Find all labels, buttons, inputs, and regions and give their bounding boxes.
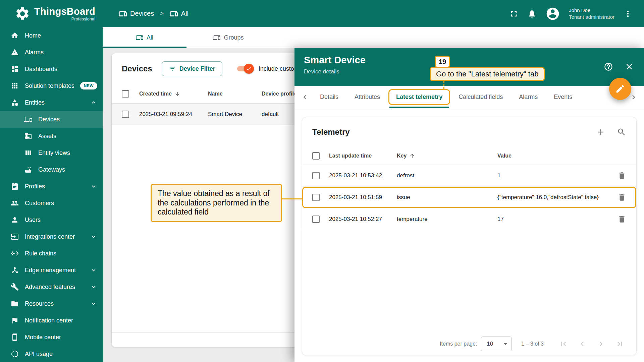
row-checkbox[interactable] — [122, 111, 129, 118]
cell-last-update-time: 2025-03-21 10:51:59 — [329, 194, 397, 201]
row-checkbox[interactable] — [312, 216, 320, 223]
tab-groups[interactable]: Groups — [186, 27, 270, 48]
tab-all[interactable]: All — [103, 27, 186, 48]
first-page-button[interactable] — [559, 340, 568, 348]
sidebar-item-alarms[interactable]: Alarms — [0, 44, 103, 61]
sidebar-item-edge-management[interactable]: Edge management — [0, 262, 103, 279]
column-last-update-time[interactable]: Last update time — [329, 153, 372, 159]
tab-attributes[interactable]: Attributes — [346, 86, 388, 108]
sidebar-item-label: Edge management — [25, 267, 84, 274]
sidebar-item-gateways[interactable]: Gateways — [0, 161, 103, 178]
previous-page-button[interactable] — [578, 340, 587, 348]
sidebar-item-customers[interactable]: Customers — [0, 195, 103, 212]
select-all-checkbox[interactable] — [312, 152, 320, 160]
breadcrumb-all[interactable]: All — [170, 10, 189, 18]
devices-icon — [136, 34, 143, 41]
breadcrumb-devices[interactable]: Devices — [119, 10, 154, 18]
notifications-button[interactable] — [527, 9, 537, 18]
include-customers-toggle[interactable] — [236, 65, 254, 73]
column-value[interactable]: Value — [497, 153, 512, 159]
add-telemetry-button[interactable] — [596, 127, 605, 137]
sidebar-item-label: API usage — [25, 351, 97, 358]
sort-asc-icon — [409, 153, 415, 159]
sidebar-item-dashboards[interactable]: Dashboards — [0, 61, 103, 77]
user-info: John Doe Tenant administrator — [569, 7, 614, 20]
device-filter-button[interactable]: Device Filter — [162, 61, 222, 76]
sidebar-item-label: Mobile center — [25, 334, 97, 341]
avatar[interactable] — [545, 6, 560, 21]
last-page-button[interactable] — [615, 340, 624, 348]
delete-telemetry-button[interactable] — [618, 215, 626, 224]
sidebar-item-resources[interactable]: Resources — [0, 295, 103, 312]
drawer-title: Smart Device — [304, 55, 366, 66]
brand-logo[interactable]: ThingsBoard Professional — [0, 6, 103, 21]
items-per-page-value: 10 — [487, 341, 493, 347]
pagination-range: 1 – 3 of 3 — [521, 341, 544, 347]
tab-label: Alarms — [519, 94, 538, 101]
search-telemetry-button[interactable] — [617, 127, 626, 137]
sidebar-item-entities[interactable]: Entities — [0, 94, 103, 111]
column-name[interactable]: Name — [208, 91, 223, 97]
next-page-button[interactable] — [597, 340, 605, 348]
tab-calculated-fields[interactable]: Calculated fields — [450, 86, 511, 108]
sidebar-item-api-usage[interactable]: API usage — [0, 346, 103, 362]
view-quilt-icon — [24, 149, 32, 157]
telemetry-title: Telemetry — [312, 127, 350, 137]
sidebar-item-label: Assets — [38, 133, 97, 140]
sidebar-item-label: Dashboards — [25, 66, 97, 73]
cell-value: 17 — [497, 216, 611, 223]
telemetry-pagination: Items per page: 10 1 – 3 of 3 — [302, 333, 636, 355]
telemetry-row-temperature[interactable]: 2025-03-21 10:52:27 temperature 17 — [302, 208, 636, 230]
column-created-time[interactable]: Created time — [139, 91, 172, 97]
column-key[interactable]: Key — [397, 153, 407, 159]
user-name: John Doe — [569, 7, 614, 14]
tab-details[interactable]: Details — [312, 86, 346, 108]
user-menu-button[interactable] — [623, 9, 633, 18]
tab-events[interactable]: Events — [546, 86, 580, 108]
sidebar-item-entity-views[interactable]: Entity views — [0, 144, 103, 161]
telemetry-panel: Telemetry Last update time Key Value 202 — [302, 117, 637, 355]
telemetry-row-issue[interactable]: 2025-03-21 10:51:59 issue {"temperature"… — [302, 187, 636, 208]
cell-key: temperature — [397, 216, 497, 223]
row-checkbox[interactable] — [312, 194, 320, 201]
sidebar-item-profiles[interactable]: Profiles — [0, 178, 103, 195]
help-button[interactable] — [604, 62, 613, 71]
edit-device-fab[interactable] — [609, 78, 631, 100]
people-icon — [11, 199, 19, 207]
sidebar-item-users[interactable]: Users — [0, 212, 103, 228]
delete-telemetry-button[interactable] — [618, 171, 626, 180]
sidebar-item-notification-center[interactable]: Notification center — [0, 312, 103, 329]
items-per-page-label: Items per page: — [440, 341, 477, 347]
folder-icon — [11, 300, 19, 308]
close-drawer-button[interactable] — [625, 62, 634, 71]
sidebar-item-home[interactable]: Home — [0, 27, 103, 44]
select-all-checkbox[interactable] — [122, 90, 129, 98]
row-checkbox[interactable] — [312, 172, 320, 179]
sidebar-item-solution-templates[interactable]: Solution templates NEW — [0, 77, 103, 94]
items-per-page-select[interactable]: 10 — [481, 337, 512, 351]
sidebar-item-rule-chains[interactable]: Rule chains — [0, 245, 103, 262]
tabs-scroll-left-button[interactable] — [301, 93, 309, 102]
tabs-scroll-right-button[interactable] — [629, 93, 638, 102]
cell-created-time: 2025-03-21 09:59:24 — [139, 111, 208, 118]
sidebar-item-label: Gateways — [38, 166, 97, 173]
sidebar-item-advanced-features[interactable]: Advanced features — [0, 279, 103, 295]
telemetry-toolbar: Telemetry — [302, 117, 636, 147]
tab-latest-telemetry[interactable]: Latest telemetry — [388, 86, 450, 108]
column-device-profile[interactable]: Device profile — [262, 91, 297, 97]
cell-value: 1 — [497, 172, 611, 179]
cell-last-update-time: 2025-03-21 10:53:42 — [329, 172, 397, 179]
sidebar-item-integrations-center[interactable]: Integrations center — [0, 228, 103, 245]
cell-name: Smart Device — [208, 111, 262, 118]
devices-group-icon — [213, 34, 220, 41]
caret-down-icon — [503, 343, 507, 345]
include-customers-control: Include custome — [236, 65, 303, 73]
delete-telemetry-button[interactable] — [618, 193, 626, 202]
sidebar-item-devices[interactable]: Devices — [0, 111, 103, 128]
sidebar-item-assets[interactable]: Assets — [0, 128, 103, 144]
tab-alarms[interactable]: Alarms — [511, 86, 546, 108]
telemetry-row-defrost[interactable]: 2025-03-21 10:53:42 defrost 1 — [302, 165, 636, 187]
sidebar-item-mobile-center[interactable]: Mobile center — [0, 329, 103, 346]
breadcrumb: Devices > All — [119, 10, 189, 18]
fullscreen-button[interactable] — [509, 9, 519, 18]
